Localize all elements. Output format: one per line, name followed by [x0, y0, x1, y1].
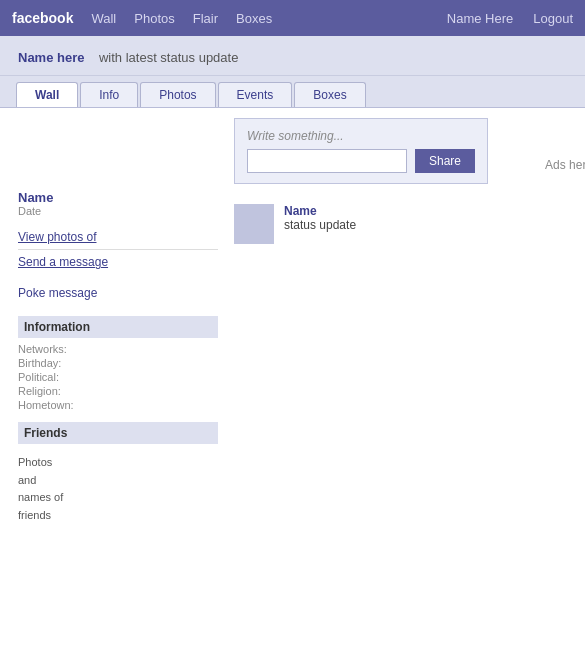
center-column: Write something... Share Name status upd… [234, 118, 488, 530]
brand-logo[interactable]: facebook [12, 10, 73, 26]
friends-content: Photosandnames offriends [18, 448, 218, 530]
information-section-title: Information [18, 316, 218, 338]
feed-name: Name [18, 190, 218, 205]
profile-status: with latest status update [99, 50, 238, 65]
logout-link[interactable]: Logout [533, 11, 573, 26]
user-name: Name Here [447, 11, 513, 26]
ads-label: Ads here [504, 158, 585, 172]
poke-link[interactable]: Poke message [18, 280, 218, 306]
top-nav: facebook Wall Photos Flair Boxes Name He… [0, 0, 585, 36]
status-input-row: Share [247, 149, 475, 173]
right-column: Ads here [504, 118, 585, 530]
view-photos-link[interactable]: View photos of [18, 225, 218, 250]
friends-section-title: Friends [18, 422, 218, 444]
send-message-link[interactable]: Send a message [18, 250, 218, 274]
nav-link-flair[interactable]: Flair [193, 11, 218, 26]
info-networks: Networks: [18, 342, 218, 356]
status-input[interactable] [247, 149, 407, 173]
tab-events[interactable]: Events [218, 82, 293, 107]
tab-info[interactable]: Info [80, 82, 138, 107]
nav-link-wall[interactable]: Wall [91, 11, 116, 26]
info-items: Networks: Birthday: Political: Religion:… [18, 342, 218, 412]
profile-name: Name here [18, 50, 84, 65]
profile-header: Name here with latest status update [0, 36, 585, 76]
top-nav-left: facebook Wall Photos Flair Boxes [12, 10, 447, 26]
nav-link-photos[interactable]: Photos [134, 11, 174, 26]
profile-tabs: Wall Info Photos Events Boxes [0, 76, 585, 108]
feed-content: Name status update [284, 204, 356, 244]
share-button[interactable]: Share [415, 149, 475, 173]
feed-item: Name status update [234, 198, 488, 250]
info-political: Political: [18, 370, 218, 384]
status-box: Write something... Share [234, 118, 488, 184]
status-placeholder: Write something... [247, 129, 475, 143]
feed-item-name: Name [284, 204, 317, 218]
nav-link-boxes[interactable]: Boxes [236, 11, 272, 26]
tab-wall[interactable]: Wall [16, 82, 78, 107]
info-hometown: Hometown: [18, 398, 218, 412]
info-birthday: Birthday: [18, 356, 218, 370]
tab-boxes[interactable]: Boxes [294, 82, 365, 107]
tab-photos[interactable]: Photos [140, 82, 215, 107]
feed-date: Date [18, 205, 218, 217]
page-wrapper: facebook Wall Photos Flair Boxes Name He… [0, 0, 585, 650]
feed-avatar [234, 204, 274, 244]
top-nav-right: Name Here Logout [447, 11, 573, 26]
feed-item-update: status update [284, 218, 356, 232]
main-row: Name Date View photos of Send a message … [0, 108, 585, 540]
left-column: Name Date View photos of Send a message … [18, 118, 218, 530]
info-religion: Religion: [18, 384, 218, 398]
feed-meta: Name Date [18, 186, 218, 217]
